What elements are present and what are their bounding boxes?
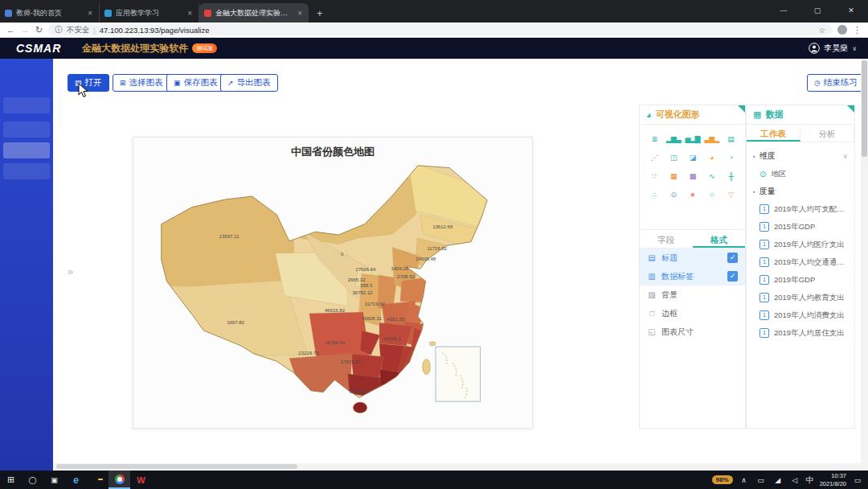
- browser-menu-icon[interactable]: ⋮: [853, 25, 862, 35]
- format-item-chart-size[interactable]: ◱ 图表尺寸: [640, 323, 745, 341]
- reload-icon[interactable]: ↻: [35, 25, 43, 35]
- browser-tab-1[interactable]: 教师-我的首页 ×: [0, 3, 100, 23]
- measure-field[interactable]: 1 2019年GDP: [747, 271, 854, 289]
- chart-type-icon-bar[interactable]: ▂▆▃: [665, 131, 682, 146]
- save-chart-label: 保存图表: [184, 77, 218, 88]
- chart-type-icon-list[interactable]: ≣: [645, 131, 663, 146]
- window-minimize-button[interactable]: —: [767, 0, 800, 21]
- format-item-data-labels[interactable]: ▥ 数据标签 ✓: [640, 267, 745, 286]
- browser-profile-avatar[interactable]: [837, 25, 847, 35]
- wps-icon[interactable]: W: [130, 475, 152, 485]
- search-icon[interactable]: ◯: [22, 476, 43, 484]
- vertical-scrollbar-thumb[interactable]: [862, 60, 867, 157]
- sidebar-expand-icon[interactable]: »: [68, 265, 73, 277]
- task-view-icon[interactable]: ▣: [43, 476, 65, 484]
- chart-type-icon-mosaic[interactable]: ▩: [684, 168, 702, 183]
- measure-field[interactable]: 1 2019年人均可支配收入: [747, 200, 854, 218]
- sidebar-menu-item[interactable]: [3, 121, 50, 138]
- battery-badge[interactable]: 98%: [712, 475, 733, 484]
- data-labels-checkbox[interactable]: ✓: [727, 271, 738, 281]
- window-close-button[interactable]: ✕: [834, 0, 868, 21]
- measure-field[interactable]: 1 2019年人均教育支出: [747, 289, 854, 306]
- url-text[interactable]: 47.100.223.13:93/page/visualize: [100, 26, 815, 35]
- security-label: 不安全: [67, 25, 90, 35]
- chart-type-icon-bubble[interactable]: ⊙: [665, 187, 682, 202]
- title-checkbox[interactable]: ✓: [727, 253, 738, 263]
- tab-close-icon[interactable]: ×: [296, 9, 304, 18]
- measure-field[interactable]: 1 2019年人均交通通信支出: [747, 253, 854, 271]
- chart-type-grid: ≣ ▂▆▃ ▅▂▇ ▃▆▂ ▤ ⋰ ◫ ◪ ◕ ◔ ∵ ▦ ▩ ∿ ╫ ∴ ⊙ …: [640, 125, 745, 208]
- notification-center-icon[interactable]: ▭: [852, 476, 863, 484]
- chart-type-icon-point-map[interactable]: ∵: [645, 168, 663, 183]
- export-chart-button[interactable]: ↗ 导出图表: [220, 74, 278, 92]
- url-omnibox[interactable]: ⓘ 不安全 | 47.100.223.13:93/page/visualize …: [48, 24, 832, 35]
- chart-type-icon-stacked-bar[interactable]: ▃▆▂: [702, 131, 720, 146]
- window-maximize-button[interactable]: ▢: [800, 0, 834, 21]
- chart-type-icon-area[interactable]: ◪: [684, 150, 702, 165]
- end-practice-label: 结束练习: [824, 77, 858, 88]
- viz-panel-title: 可视化图形: [656, 109, 700, 121]
- browser-tab-2[interactable]: 应用教学学习 ×: [100, 3, 199, 23]
- chrome-icon[interactable]: [108, 471, 130, 489]
- chart-type-icon-combo[interactable]: ◫: [665, 150, 682, 165]
- tray-expand-icon[interactable]: ∧: [739, 476, 750, 484]
- tab-close-icon[interactable]: ×: [186, 9, 194, 18]
- horizontal-scrollbar-thumb[interactable]: [56, 464, 297, 469]
- forward-icon[interactable]: →: [21, 25, 30, 35]
- export-chart-label: 导出图表: [237, 77, 271, 88]
- visualization-panel: ◕ 可视化图形 ≣ ▂▆▃ ▅▂▇ ▃▆▂ ▤ ⋰ ◫ ◪ ◕ ◔ ∵ ▦ ▩ …: [639, 105, 746, 429]
- dimension-section-header[interactable]: ▪ 维度 ∨: [747, 147, 854, 165]
- new-tab-button[interactable]: +: [309, 7, 331, 23]
- tab-close-icon[interactable]: ×: [86, 9, 94, 18]
- china-choropleth-map[interactable]: 13597.11 13612.68 11726.82 24509.48 0 17…: [154, 161, 511, 423]
- format-item-border[interactable]: □ 边框: [640, 304, 745, 323]
- user-area[interactable]: 李昊燊 ∨: [809, 38, 857, 59]
- volume-icon[interactable]: ◁: [789, 476, 800, 484]
- map-region[interactable]: [379, 323, 412, 346]
- chart-type-icon-funnel[interactable]: ▽: [722, 187, 739, 202]
- browser-tab-3-active[interactable]: 金融大数据处理实验软件 ×: [199, 3, 309, 23]
- chart-type-icon-scatter[interactable]: ∴: [645, 187, 663, 202]
- tab-fields[interactable]: 字段: [640, 230, 693, 248]
- chart-type-icon-line[interactable]: ∿: [702, 168, 720, 183]
- measure-field[interactable]: 1 2019年人均医疗支出: [747, 236, 854, 253]
- sidebar-menu-item[interactable]: [3, 97, 50, 113]
- monitor-icon[interactable]: ▭: [755, 476, 767, 484]
- format-item-title[interactable]: ▤ 标题 ✓: [640, 249, 745, 267]
- site-info-icon[interactable]: ⓘ: [55, 25, 63, 35]
- chart-type-icon-donut[interactable]: ◔: [722, 150, 739, 165]
- chart-type-icon-candlestick[interactable]: ╫: [722, 168, 739, 183]
- save-chart-button[interactable]: ▣ 保存图表: [166, 74, 225, 92]
- tab-worksheet[interactable]: 工作表: [747, 125, 800, 142]
- measure-section-header[interactable]: ▪ 度量: [747, 183, 854, 200]
- format-item-background[interactable]: ▨ 背景: [640, 286, 745, 304]
- start-button[interactable]: ⊞: [0, 475, 22, 485]
- tab-analysis[interactable]: 分析: [800, 125, 854, 142]
- ime-indicator[interactable]: 中: [806, 475, 814, 486]
- sidebar-menu-item[interactable]: [3, 163, 50, 179]
- sidebar-menu-item[interactable]: [3, 142, 50, 158]
- bookmark-star-icon[interactable]: ☆: [818, 26, 825, 35]
- taskbar-clock[interactable]: 10:37 2021/8/20: [820, 472, 846, 488]
- chart-type-icon-wordcloud[interactable]: ∗: [684, 187, 702, 202]
- end-practice-button[interactable]: ◷ 结束练习: [807, 74, 865, 92]
- dimension-field-region[interactable]: ⊙ 地区: [747, 165, 854, 183]
- select-chart-button[interactable]: ⊞ 选择图表: [113, 74, 170, 92]
- tab-format[interactable]: 格式: [693, 230, 746, 248]
- chart-type-icon-radar[interactable]: ☆: [702, 187, 720, 202]
- chart-type-icon-histogram[interactable]: ▅▂▇: [684, 131, 702, 146]
- measure-field[interactable]: 1 2019年人均消费支出: [747, 306, 854, 324]
- network-icon[interactable]: ◢: [772, 476, 784, 484]
- measure-field[interactable]: 1 2015年GDP: [747, 218, 854, 236]
- map-region-taiwan[interactable]: [423, 359, 431, 374]
- chart-type-icon-hbar[interactable]: ▤: [722, 131, 739, 146]
- chart-type-icon-treemap[interactable]: ▦: [665, 168, 682, 183]
- chart-type-icon-pie[interactable]: ◕: [702, 150, 720, 165]
- back-icon[interactable]: ←: [6, 25, 15, 35]
- open-button[interactable]: ▤ 打开: [68, 74, 109, 92]
- chart-type-icon-scatter-trend[interactable]: ⋰: [645, 150, 663, 165]
- edge-icon[interactable]: e: [65, 475, 87, 486]
- chevron-down-icon[interactable]: ∨: [842, 152, 848, 160]
- measure-field[interactable]: 1 2019年人均居住支出: [747, 324, 854, 342]
- map-region-hainan[interactable]: [353, 402, 366, 413]
